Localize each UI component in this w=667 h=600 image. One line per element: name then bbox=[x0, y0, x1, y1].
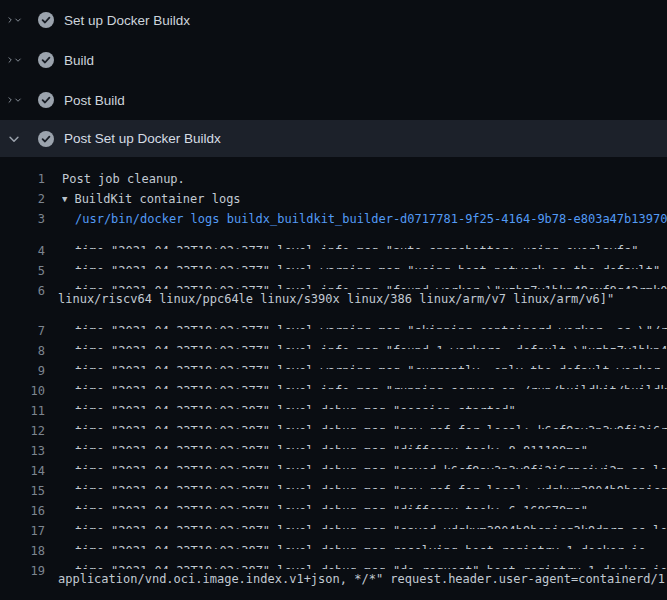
log-line: 14 time="2021-04-23T18:02:38Z" level=deb… bbox=[0, 449, 667, 469]
log-line: linux/riscv64 linux/ppc64le linux/s390x … bbox=[0, 289, 667, 309]
log-command-text: /usr/bin/docker logs buildx_buildkit_bui… bbox=[75, 209, 667, 229]
log-line: application/vnd.oci.image.index.v1+json,… bbox=[0, 569, 667, 589]
step-label: Post Set up Docker Buildx bbox=[64, 131, 221, 146]
log-line-number[interactable]: 5 bbox=[0, 261, 45, 269]
log-line: 17 time="2021-04-23T18:02:38Z" level=deb… bbox=[0, 509, 667, 529]
log-line: 10 time="2021-04-23T18:02:37Z" level=inf… bbox=[0, 369, 667, 389]
log-line-number[interactable] bbox=[0, 289, 45, 309]
log-line-text: time="2021-04-23T18:02:38Z" level=debug … bbox=[75, 421, 667, 429]
log-line-text: time="2021-04-23T18:02:38Z" level=debug … bbox=[75, 561, 667, 569]
log-line-text: time="2021-04-23T18:02:37Z" level=info m… bbox=[75, 281, 667, 289]
log-line: 12 time="2021-04-23T18:02:38Z" level=deb… bbox=[0, 409, 667, 429]
log-line: 4 time="2021-04-23T18:02:37Z" level=info… bbox=[0, 229, 667, 249]
log-line-number[interactable]: 7 bbox=[0, 321, 45, 329]
step-label: Post Build bbox=[64, 93, 125, 108]
step-label: Set up Docker Buildx bbox=[64, 13, 190, 28]
log-line-text: application/vnd.oci.image.index.v1+json,… bbox=[58, 569, 667, 589]
log-line: 8 time="2021-04-23T18:02:37Z" level=info… bbox=[0, 329, 667, 349]
log-line-text: time="2021-04-23T18:02:38Z" level=debug … bbox=[75, 401, 516, 409]
step-row-expanded[interactable]: Post Set up Docker Buildx bbox=[0, 120, 667, 157]
log-line: 6 time="2021-04-23T18:02:37Z" level=info… bbox=[0, 269, 667, 289]
log-line-text: time="2021-04-23T18:02:38Z" level=debug … bbox=[75, 441, 588, 449]
log-line-number[interactable] bbox=[0, 569, 45, 589]
step-row-collapsed[interactable]: Build bbox=[0, 40, 667, 80]
log-line-number[interactable]: 19 bbox=[0, 561, 45, 569]
log-line-text: Post job cleanup. bbox=[62, 169, 185, 189]
log-line-text: time="2021-04-23T18:02:37Z" level=info m… bbox=[75, 341, 667, 349]
check-circle-icon bbox=[38, 52, 54, 68]
log-line: 13 time="2021-04-23T18:02:38Z" level=deb… bbox=[0, 429, 667, 449]
log-line-number[interactable]: 3 bbox=[0, 209, 45, 229]
log-line-number[interactable]: 10 bbox=[0, 381, 45, 389]
log-line-text: time="2021-04-23T18:02:38Z" level=debug … bbox=[75, 541, 646, 549]
check-circle-icon bbox=[38, 12, 54, 28]
log-line-number[interactable]: 15 bbox=[0, 481, 45, 489]
check-circle-icon bbox=[38, 92, 54, 108]
log-line-text: time="2021-04-23T18:02:37Z" level=warnin… bbox=[75, 361, 667, 369]
chevron-down-icon bbox=[14, 93, 22, 107]
log-line-number[interactable]: 9 bbox=[0, 361, 45, 369]
log-line: 5 time="2021-04-23T18:02:37Z" level=warn… bbox=[0, 249, 667, 269]
log-line-text: time="2021-04-23T18:02:37Z" level=warnin… bbox=[75, 261, 660, 269]
log-line: 15 time="2021-04-23T18:02:38Z" level=deb… bbox=[0, 469, 667, 489]
log-line: 18 time="2021-04-23T18:02:38Z" level=deb… bbox=[0, 529, 667, 549]
chevron-right-icon bbox=[6, 93, 14, 107]
log-line: 16 time="2021-04-23T18:02:38Z" level=deb… bbox=[0, 489, 667, 509]
step-row-collapsed[interactable]: Set up Docker Buildx bbox=[0, 0, 667, 40]
log-line-text: time="2021-04-23T18:02:37Z" level=info m… bbox=[75, 241, 639, 249]
log-line-text: time="2021-04-23T18:02:38Z" level=debug … bbox=[75, 481, 667, 489]
log-line-number[interactable]: 12 bbox=[0, 421, 45, 429]
log-line-number[interactable]: 14 bbox=[0, 461, 45, 469]
log-line-number[interactable]: 6 bbox=[0, 281, 45, 289]
check-circle-icon bbox=[38, 131, 54, 147]
chevron-down-icon bbox=[14, 53, 22, 67]
log-line-text: time="2021-04-23T18:02:37Z" level=warnin… bbox=[75, 321, 667, 329]
log-line-number[interactable]: 1 bbox=[0, 169, 45, 189]
log-line: 9 time="2021-04-23T18:02:37Z" level=warn… bbox=[0, 349, 667, 369]
log-line-text: time="2021-04-23T18:02:38Z" level=debug … bbox=[75, 501, 588, 509]
log-line-number[interactable]: 18 bbox=[0, 541, 45, 549]
steps-list: Set up Docker Buildx Build bbox=[0, 0, 667, 157]
log-line-text: time="2021-04-23T18:02:37Z" level=info m… bbox=[75, 381, 667, 389]
chevron-down-icon bbox=[14, 13, 22, 27]
log-line: 3 /usr/bin/docker logs buildx_buildkit_b… bbox=[0, 209, 667, 229]
log-line-text: time="2021-04-23T18:02:38Z" level=debug … bbox=[75, 461, 667, 469]
log-line: 2 ▼BuildKit container logs bbox=[0, 189, 667, 209]
log-line: 1 Post job cleanup. bbox=[0, 169, 667, 189]
chevron-right-icon bbox=[6, 13, 14, 27]
log-line: 19 time="2021-04-23T18:02:38Z" level=deb… bbox=[0, 549, 667, 569]
step-row-collapsed[interactable]: Post Build bbox=[0, 80, 667, 120]
collapse-triangle-icon[interactable]: ▼ bbox=[62, 189, 67, 209]
log-line-number[interactable]: 13 bbox=[0, 441, 45, 449]
step-label: Build bbox=[64, 53, 94, 68]
log-line-number[interactable]: 4 bbox=[0, 241, 45, 249]
log-line: 7 time="2021-04-23T18:02:37Z" level=warn… bbox=[0, 309, 667, 329]
log-line-number[interactable]: 11 bbox=[0, 401, 45, 409]
chevron-right-icon bbox=[6, 53, 14, 67]
log-line-number[interactable]: 17 bbox=[0, 521, 45, 529]
log-line-number[interactable]: 8 bbox=[0, 341, 45, 349]
log-line-text: time="2021-04-23T18:02:38Z" level=debug … bbox=[75, 521, 667, 529]
log-line-number[interactable]: 2 bbox=[0, 189, 45, 209]
log-line-number[interactable]: 16 bbox=[0, 501, 45, 509]
log-group-toggle[interactable]: ▼BuildKit container logs bbox=[62, 189, 241, 209]
log-line-text: linux/riscv64 linux/ppc64le linux/s390x … bbox=[58, 289, 614, 309]
log-line: 20 time="2021-04-23T18:02:38Z" level=deb… bbox=[0, 589, 667, 600]
chevron-down-icon bbox=[7, 132, 21, 146]
actions-log-viewer: Set up Docker Buildx Build bbox=[0, 0, 667, 600]
log-panel: 1 Post job cleanup. 2 ▼BuildKit containe… bbox=[0, 157, 667, 600]
log-line: 11 time="2021-04-23T18:02:38Z" level=deb… bbox=[0, 389, 667, 409]
